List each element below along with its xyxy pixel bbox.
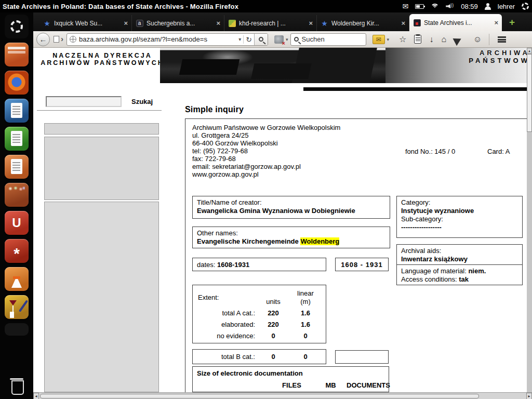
clock[interactable]: 08:59 xyxy=(461,3,478,10)
tab-suchergebnis[interactable]: a Suchergebnis a... × xyxy=(132,15,224,31)
unity-launcher: U * xyxy=(0,12,33,399)
ubuntu-one-icon[interactable]: U xyxy=(5,211,29,235)
back-button[interactable]: ← xyxy=(36,33,50,46)
banner-edge xyxy=(303,87,527,91)
tab-khd-research[interactable]: khd-research | ... × xyxy=(224,15,317,31)
tab-close-icon[interactable]: × xyxy=(124,19,128,27)
horizontal-scroll-thumb[interactable] xyxy=(40,394,479,398)
aids-value: Inwentarz książkowy xyxy=(401,255,518,263)
feedback-smiley-icon[interactable]: ☺ xyxy=(473,35,482,44)
bookmarks-menu-icon[interactable] xyxy=(414,35,421,44)
send-pointer-icon[interactable] xyxy=(453,33,467,45)
category-label: Category: xyxy=(401,198,518,207)
extent-row-linear: 0 xyxy=(289,332,322,340)
woldenberg-favicon: ★ xyxy=(321,19,328,27)
electronic-title: Size of electronic documentation xyxy=(197,369,384,378)
tab-bar: ★ Ixquick Web Su... × a Suchergebnis a..… xyxy=(33,12,532,31)
creator-box: Title/Name of creator: Ewangelicka Gmina… xyxy=(192,196,390,219)
tab-close-icon[interactable]: × xyxy=(401,19,405,27)
software-center-icon[interactable] xyxy=(5,183,29,207)
tab-woldenberg[interactable]: ★ Woldenberg Kir... × xyxy=(317,15,409,31)
bookmark-star-icon[interactable]: ☆ xyxy=(399,35,406,44)
libreoffice-writer-icon[interactable] xyxy=(5,99,29,123)
extent-row-units: 0 xyxy=(257,332,289,340)
category-box: Category: Instytucje wyznaniowe Sub-cate… xyxy=(396,196,523,238)
vlc-icon[interactable] xyxy=(5,267,29,291)
total-b-linear: 0 xyxy=(289,353,322,361)
vertical-scroll-thumb[interactable] xyxy=(527,54,532,132)
spacer xyxy=(197,381,267,390)
downloads-icon[interactable]: ↓ xyxy=(429,35,433,44)
libreoffice-calc-icon[interactable] xyxy=(5,127,29,151)
url-text[interactable]: baza.archiwa.gov.pl/sezam/?l=en&mode=s xyxy=(79,35,236,43)
tab-close-icon[interactable]: × xyxy=(494,19,498,26)
archive-street: ul. Grottgera 24/25 xyxy=(192,131,340,139)
mail-extension-icon[interactable]: ✉ xyxy=(373,35,385,44)
menu-hamburger-icon[interactable] xyxy=(498,36,506,43)
extent-row-label: total A cat.: xyxy=(196,309,257,317)
extent-row-units: 220 xyxy=(257,321,289,329)
tab-ixquick[interactable]: ★ Ixquick Web Su... × xyxy=(39,15,132,31)
szukaj-button[interactable]: Szukaj xyxy=(131,98,153,105)
access-value: tak xyxy=(459,275,469,283)
session-gear-icon[interactable] xyxy=(522,3,529,10)
total-b-label: total B cat.: xyxy=(196,353,257,361)
extent-label: Extent: xyxy=(196,294,257,302)
wifi-icon[interactable] xyxy=(431,4,439,9)
archive-city: 66-400 Gorzów Wielkopolski xyxy=(192,139,340,147)
mail-indicator-icon[interactable]: ✉ xyxy=(402,3,408,10)
search-magnifier-icon xyxy=(294,37,299,42)
search-bar[interactable]: Suchen xyxy=(290,33,366,46)
tab-close-icon[interactable]: × xyxy=(309,19,313,27)
horizontal-scrollbar[interactable]: ◂ ▸ xyxy=(33,392,532,399)
system-bar: State Archives in Poland: Data bases of … xyxy=(0,0,532,12)
system-settings-icon[interactable]: * xyxy=(5,239,29,263)
url-bar[interactable]: baza.archiwa.gov.pl/sezam/?l=en&mode=s ▾… xyxy=(66,33,268,46)
volume-icon[interactable] xyxy=(446,3,454,9)
scroll-left-icon[interactable]: ◂ xyxy=(33,393,39,399)
tab-close-icon[interactable]: × xyxy=(216,19,220,27)
dates-label: dates: xyxy=(197,261,217,269)
search-engine-text[interactable]: Suchen xyxy=(302,35,325,43)
scroll-right-icon[interactable]: ▸ xyxy=(526,393,532,399)
dash-home-icon[interactable] xyxy=(5,15,29,38)
url-dropdown-icon[interactable]: ▾ xyxy=(236,36,243,42)
reload-icon[interactable]: ↻ xyxy=(243,35,254,44)
page-icon xyxy=(54,36,59,43)
user-icon[interactable] xyxy=(485,3,491,10)
firefox-icon[interactable] xyxy=(5,71,29,95)
wine-app-icon[interactable] xyxy=(5,295,29,319)
language-box: Language of material: niem. Access condi… xyxy=(396,264,523,285)
sidebar-menu-header xyxy=(44,123,159,135)
file-manager-icon[interactable] xyxy=(5,43,29,66)
subcategory-label: Sub-category: xyxy=(401,215,518,223)
mail-dropdown-icon[interactable]: ▾ xyxy=(387,37,390,42)
toolbar-separator xyxy=(489,34,489,45)
trash-icon[interactable] xyxy=(5,373,29,397)
creator-label: Title/Name of creator: xyxy=(197,198,385,207)
home-icon[interactable]: ⌂ xyxy=(441,35,446,44)
downloadhelper-dropdown-icon[interactable]: ▾ xyxy=(286,37,288,42)
extent-table: Extent: units linear(m) total A cat.: 22… xyxy=(192,285,326,343)
downloadhelper-icon[interactable] xyxy=(274,35,284,44)
new-tab-button[interactable]: + xyxy=(509,17,515,28)
scroll-up-icon[interactable]: ▴ xyxy=(527,48,532,54)
forward-button[interactable]: › xyxy=(61,34,63,43)
archive-www: www.gorzow.ap.gov.pl xyxy=(192,170,340,178)
date-range-box: 1608 - 1931 xyxy=(335,258,389,271)
tab-state-archives[interactable]: State Archives i... × xyxy=(409,14,502,31)
aids-label: Archival aids: xyxy=(401,247,518,255)
extent-row-label: elaborated: xyxy=(196,321,257,329)
username[interactable]: lehrer xyxy=(498,3,515,10)
language-line: Language of material: niem. xyxy=(401,267,518,275)
vertical-scrollbar[interactable]: ▴ xyxy=(527,48,532,392)
archival-aids-box: Archival aids: Inwentarz książkowy xyxy=(396,244,523,265)
go-search-button[interactable] xyxy=(254,34,268,45)
empty-field-box xyxy=(335,350,389,364)
site-identity-globe-icon[interactable] xyxy=(70,36,76,43)
libreoffice-impress-icon[interactable] xyxy=(5,155,29,179)
battery-icon[interactable] xyxy=(415,4,424,9)
archive-search-input[interactable] xyxy=(46,96,122,107)
inactive-app-icon[interactable] xyxy=(5,323,29,336)
extent-units-header: units xyxy=(257,298,289,306)
